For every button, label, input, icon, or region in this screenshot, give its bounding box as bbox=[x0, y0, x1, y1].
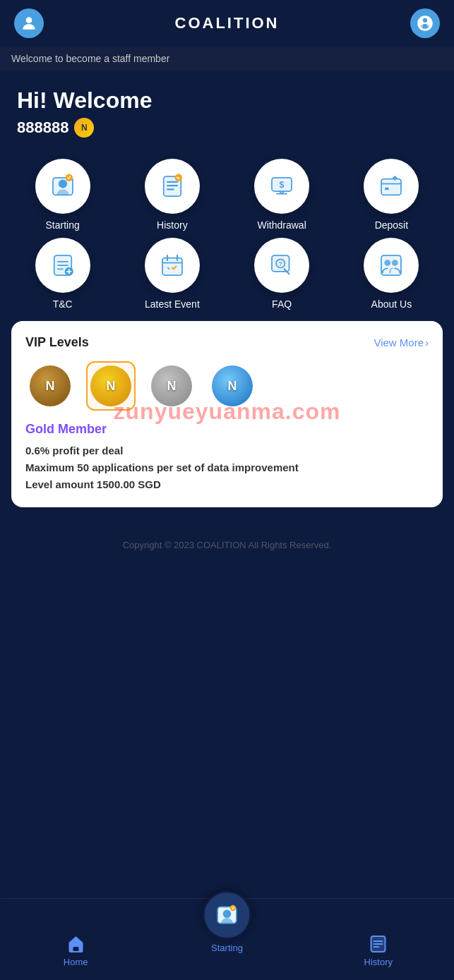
history-nav-label: History bbox=[364, 957, 393, 967]
deposit-icon-circle bbox=[364, 159, 419, 214]
menu-item-deposit[interactable]: Deposit bbox=[340, 159, 443, 231]
vip-details: 0.6% profit per deal Maximum 50 applicat… bbox=[25, 442, 429, 493]
marquee-text: Welcome to become a staff member bbox=[11, 53, 169, 64]
menu-item-history[interactable]: History bbox=[121, 159, 223, 231]
faq-icon-circle: ? bbox=[254, 238, 309, 293]
bronze-badge-icon: N bbox=[30, 365, 71, 406]
svg-rect-14 bbox=[386, 188, 389, 190]
svg-rect-27 bbox=[381, 255, 401, 275]
user-avatar-button[interactable] bbox=[14, 8, 44, 38]
svg-point-29 bbox=[392, 260, 398, 266]
svg-rect-30 bbox=[73, 947, 78, 951]
home-nav-icon bbox=[66, 934, 85, 954]
home-nav-label: Home bbox=[64, 957, 88, 967]
menu-item-faq[interactable]: ? FAQ bbox=[231, 238, 333, 310]
menu-item-latest-event[interactable]: Latest Event bbox=[121, 238, 223, 310]
welcome-section: Hi! Welcome 888888 N bbox=[0, 71, 454, 159]
svg-rect-13 bbox=[381, 179, 401, 195]
svg-point-2 bbox=[427, 22, 431, 28]
vip-title: VIP Levels bbox=[25, 335, 89, 350]
withdrawal-label: Withdrawal bbox=[258, 219, 306, 231]
app-title: COALITION bbox=[175, 14, 280, 32]
nav-home[interactable]: Home bbox=[0, 928, 151, 973]
withdrawal-icon-circle: $ bbox=[254, 159, 309, 214]
vip-badge-silver[interactable]: N bbox=[147, 361, 196, 411]
svg-text:$: $ bbox=[280, 180, 285, 190]
vip-header: VIP Levels View More › bbox=[25, 335, 429, 350]
svg-point-28 bbox=[385, 260, 391, 266]
app-header: COALITION bbox=[0, 0, 454, 47]
about-us-label: About Us bbox=[371, 298, 412, 310]
faq-label: FAQ bbox=[272, 298, 292, 310]
starting-nav-label: Starting bbox=[211, 943, 243, 953]
latest-event-label: Latest Event bbox=[145, 298, 200, 310]
history-label: History bbox=[157, 219, 188, 231]
welcome-title: Hi! Welcome bbox=[17, 87, 437, 114]
menu-item-withdrawal[interactable]: $ Withdrawal bbox=[231, 159, 333, 231]
vip-detail-3: Level amount 1500.00 SGD bbox=[25, 476, 429, 493]
starting-icon-circle bbox=[35, 159, 90, 214]
diamond-badge-icon: N bbox=[212, 365, 253, 406]
menu-item-starting[interactable]: Starting bbox=[11, 159, 114, 231]
vip-card: VIP Levels View More › N N N N bbox=[11, 321, 443, 507]
nav-history[interactable]: History bbox=[303, 928, 454, 973]
vip-badges-row: N N N N bbox=[25, 361, 429, 411]
starting-fab[interactable] bbox=[202, 890, 251, 940]
vip-badge-bronze[interactable]: N bbox=[25, 361, 75, 411]
deposit-label: Deposit bbox=[375, 219, 408, 231]
silver-badge-icon: N bbox=[151, 365, 192, 406]
event-icon-circle bbox=[145, 238, 200, 293]
vip-detail-1: 0.6% profit per deal bbox=[25, 442, 429, 459]
gold-badge-icon: N bbox=[90, 365, 131, 406]
marquee-banner: Welcome to become a staff member bbox=[0, 47, 454, 71]
vip-badge-diamond[interactable]: N bbox=[208, 361, 257, 411]
user-id-row: 888888 N bbox=[17, 118, 437, 138]
menu-item-tc[interactable]: T&C bbox=[11, 238, 114, 310]
svg-rect-20 bbox=[162, 258, 182, 276]
support-button[interactable] bbox=[410, 8, 440, 38]
vip-badge-gold[interactable]: N bbox=[86, 361, 136, 411]
about-icon-circle bbox=[364, 238, 419, 293]
svg-point-32 bbox=[223, 910, 232, 919]
svg-point-4 bbox=[59, 179, 67, 188]
view-more-button[interactable]: View More › bbox=[374, 337, 429, 349]
history-nav-icon bbox=[369, 934, 388, 954]
tc-icon-circle bbox=[35, 238, 90, 293]
svg-point-1 bbox=[419, 22, 423, 28]
user-badge: N bbox=[74, 118, 94, 138]
vip-member-name: Gold Member bbox=[25, 422, 429, 437]
starting-label: Starting bbox=[46, 219, 80, 231]
history-icon-circle bbox=[145, 159, 200, 214]
svg-point-0 bbox=[26, 17, 32, 23]
menu-row-1: Starting History $ Withdrawal bbox=[0, 159, 454, 231]
menu-item-about-us[interactable]: About Us bbox=[340, 238, 443, 310]
menu-row-2: T&C Latest Event ? FAQ bbox=[0, 238, 454, 310]
svg-text:?: ? bbox=[278, 260, 282, 267]
nav-starting[interactable]: Starting bbox=[151, 885, 302, 959]
bottom-navigation: Home Starting History bbox=[0, 898, 454, 980]
tc-label: T&C bbox=[53, 298, 73, 310]
copyright-text: Copyright © 2023 COALITION All Rights Re… bbox=[0, 519, 454, 635]
user-id: 888888 bbox=[17, 119, 68, 137]
vip-detail-2: Maximum 50 applications per set of data … bbox=[25, 459, 429, 476]
